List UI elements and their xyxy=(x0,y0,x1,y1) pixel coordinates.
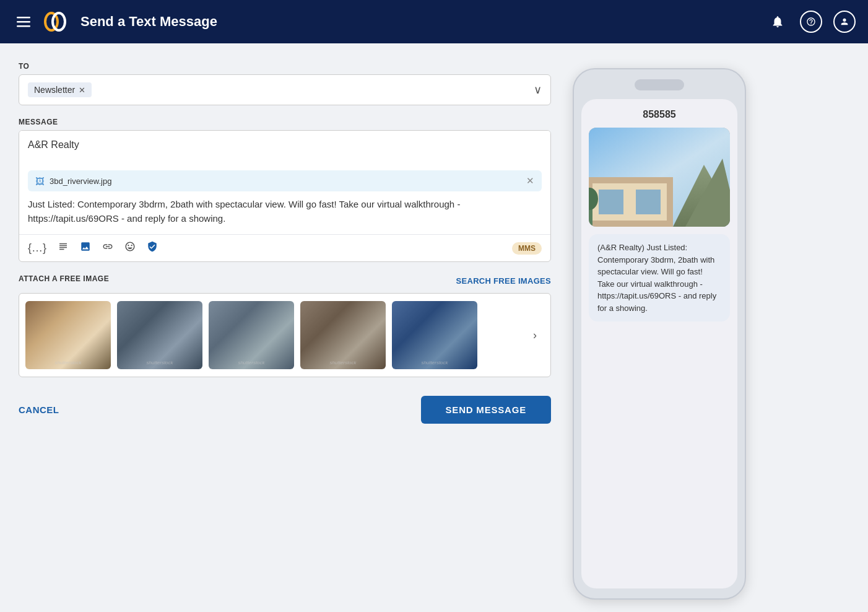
svg-rect-10 xyxy=(599,190,623,214)
logo xyxy=(43,10,67,33)
user-profile-button[interactable] xyxy=(833,11,856,33)
chevron-down-icon: ∨ xyxy=(534,83,542,97)
hamburger-menu-button[interactable] xyxy=(12,11,35,33)
to-tag: Newsletter ✕ xyxy=(28,82,92,97)
search-free-images-link[interactable]: SEARCH FREE IMAGES xyxy=(456,276,551,286)
to-dropdown[interactable]: Newsletter ✕ ∨ xyxy=(19,74,551,105)
attach-header: ATTACH A FREE IMAGE SEARCH FREE IMAGES xyxy=(19,274,551,287)
send-message-button[interactable]: SEND MESSAGE xyxy=(421,396,551,424)
image-grid: shutterstock shutterstock shutterstock xyxy=(25,301,526,369)
to-dropdown-left: Newsletter ✕ xyxy=(28,82,92,97)
gallery-image-4[interactable]: shutterstock xyxy=(300,301,386,369)
gallery-image-5[interactable]: shutterstock xyxy=(392,301,477,369)
phone-screen: 858585 xyxy=(581,99,737,588)
svg-rect-0 xyxy=(17,17,30,19)
merge-fields-icon[interactable]: {…} xyxy=(28,242,46,255)
message-body-text: Just Listed: Contemporary 3bdrm, 2bath w… xyxy=(19,198,550,234)
cancel-button[interactable]: CANCEL xyxy=(19,404,59,415)
image-attachment-icon: 🖼 xyxy=(35,176,45,186)
gallery-image-2[interactable]: shutterstock xyxy=(117,301,202,369)
gallery-next-button[interactable]: › xyxy=(526,326,544,344)
to-label: TO xyxy=(19,62,551,71)
templates-icon[interactable] xyxy=(58,241,69,255)
gallery-image-3[interactable]: shutterstock xyxy=(209,301,294,369)
to-section: TO Newsletter ✕ ∨ xyxy=(19,62,551,105)
phone-image-preview xyxy=(589,128,730,227)
to-tag-label: Newsletter xyxy=(34,85,75,95)
to-tag-remove[interactable]: ✕ xyxy=(79,85,85,95)
link-icon[interactable] xyxy=(102,241,113,255)
phone-panel: 858585 xyxy=(570,62,749,600)
compliance-icon[interactable] xyxy=(147,241,158,255)
action-row: CANCEL SEND MESSAGE xyxy=(19,390,551,424)
app-header: Send a Text Message xyxy=(0,0,868,43)
phone-notch xyxy=(635,79,684,90)
notification-button[interactable] xyxy=(766,11,789,33)
svg-rect-2 xyxy=(17,25,30,27)
header-title: Send a Text Message xyxy=(80,14,217,30)
message-sender-input[interactable]: A&R Realty xyxy=(19,131,550,168)
mms-badge: MMS xyxy=(512,242,542,255)
message-label: MESSAGE xyxy=(19,118,551,126)
attachment-filename: 3bd_riverview.jpg xyxy=(50,177,111,186)
image-gallery: shutterstock shutterstock shutterstock xyxy=(19,293,551,377)
attach-label: ATTACH A FREE IMAGE xyxy=(19,274,109,283)
attach-section: ATTACH A FREE IMAGE SEARCH FREE IMAGES s… xyxy=(19,274,551,377)
form-panel: TO Newsletter ✕ ∨ MESSAGE A&R Realty 🖼 xyxy=(19,62,551,600)
phone-number: 858585 xyxy=(589,109,730,120)
header-icons xyxy=(766,11,856,33)
phone-frame: 858585 xyxy=(573,68,746,600)
help-button[interactable] xyxy=(800,11,822,33)
attachment-left: 🖼 3bd_riverview.jpg xyxy=(35,176,111,186)
message-toolbar: {…} xyxy=(19,234,550,261)
header-left: Send a Text Message xyxy=(12,10,766,33)
gallery-image-1[interactable]: shutterstock xyxy=(25,301,111,369)
attachment-bar: 🖼 3bd_riverview.jpg ✕ xyxy=(28,170,542,191)
phone-message-bubble: (A&R Realty) Just Listed: Contemporary 3… xyxy=(589,234,730,321)
image-icon[interactable] xyxy=(80,241,91,255)
attachment-remove-button[interactable]: ✕ xyxy=(526,175,534,186)
emoji-icon[interactable] xyxy=(124,241,136,255)
phone-message-text: (A&R Realty) Just Listed: Contemporary 3… xyxy=(597,243,716,313)
svg-rect-1 xyxy=(17,21,30,23)
svg-rect-11 xyxy=(636,190,661,214)
message-box: A&R Realty 🖼 3bd_riverview.jpg ✕ Just Li… xyxy=(19,130,551,262)
message-section: MESSAGE A&R Realty 🖼 3bd_riverview.jpg ✕… xyxy=(19,118,551,262)
main-content: TO Newsletter ✕ ∨ MESSAGE A&R Realty 🖼 xyxy=(0,43,868,612)
